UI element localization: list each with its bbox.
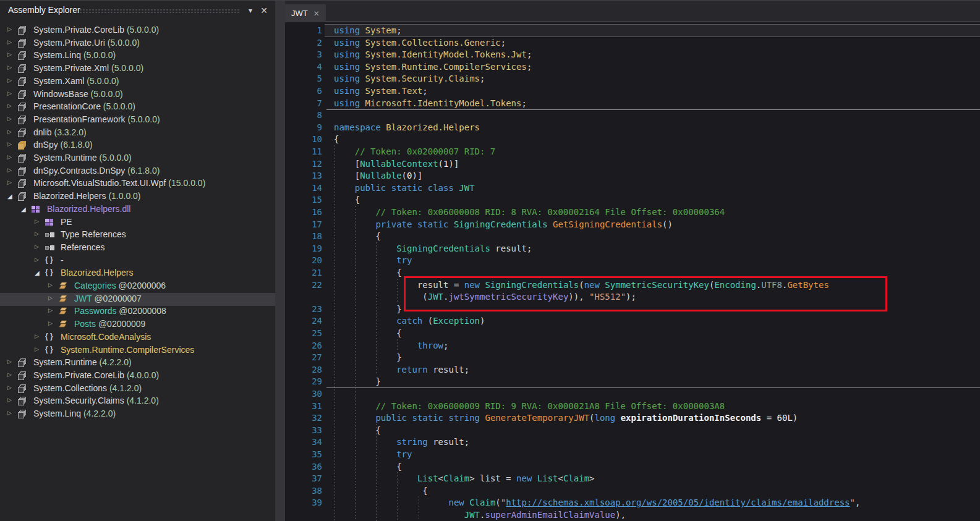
tree-item-categories[interactable]: ▷Categories @02000006 [0,280,275,293]
expand-arrow-icon[interactable]: ▷ [7,179,16,185]
tree-item-label: References [61,242,105,252]
assembly-tree: ▷System.Private.CoreLib (5.0.0.0)▷System… [0,1,275,521]
code-line-25: 25{ [285,327,980,339]
tree-item-label: PresentationCore (5.0.0.0) [33,101,135,111]
expand-arrow-icon[interactable]: ▷ [7,397,16,403]
tree-item-pe[interactable]: ▷PE [0,216,275,229]
code-text: { [396,327,401,339]
expand-arrow-icon[interactable]: ▷ [7,116,16,122]
tree-item-blazorized-helpers[interactable]: ◢{ }Blazorized.Helpers [0,267,275,280]
assembly-icon [18,384,28,393]
tree-item-dnlib[interactable]: ▷dnlib (3.3.2.0) [0,127,275,140]
tree-item-dnspy-contracts-dnspy[interactable]: ▷dnSpy.Contracts.DnSpy (6.1.8.0) [0,165,275,178]
collapse-arrow-icon[interactable]: ◢ [21,206,30,213]
tree-item-references[interactable]: ▷References [0,242,275,255]
tree-item-label: Blazorized.Helpers.dll [47,204,130,214]
line-number: 37 [285,472,322,485]
code-line-22: 22result = new SigningCredentials(new Sy… [285,279,980,291]
expand-arrow-icon[interactable]: ▷ [35,256,43,263]
line-number: 32 [285,412,322,424]
code-line-23: 23} [285,303,980,315]
assembly-icon [18,64,28,73]
tree-item-type-references[interactable]: ▷Type References [0,229,275,242]
tree-item-blazorized-helpers-dll[interactable]: ◢Blazorized.Helpers.dll [0,203,275,216]
expand-arrow-icon[interactable]: ▷ [35,346,43,352]
code-text: using System.Text; [334,85,428,97]
code-line-16: 16// Token: 0x06000008 RID: 8 RVA: 0x000… [285,206,980,218]
expand-arrow-icon[interactable]: ▷ [7,167,16,173]
tree-item-microsoft-visualstudio-text-ui-wpf[interactable]: ▷Microsoft.VisualStudio.Text.UI.Wpf (15.… [0,177,275,190]
tree-item-windowsbase[interactable]: ▷WindowsBase (5.0.0.0) [0,88,275,101]
expand-arrow-icon[interactable]: ▷ [7,154,16,160]
tree-item-system-private-xml[interactable]: ▷System.Private.Xml (5.0.0.0) [0,62,275,75]
tree-item-system-linq[interactable]: ▷System.Linq (5.0.0.0) [0,49,275,62]
tree-item-system-private-uri[interactable]: ▷System.Private.Uri (5.0.0.0) [0,37,275,50]
expand-arrow-icon[interactable]: ▷ [7,141,16,147]
expand-arrow-icon[interactable]: ▷ [7,410,16,416]
tree-item-system-private-corelib[interactable]: ▷System.Private.CoreLib (4.0.0.0) [0,370,275,383]
expand-arrow-icon[interactable]: ▷ [48,307,57,313]
tree-item-presentationcore[interactable]: ▷PresentationCore (5.0.0.0) [0,101,275,114]
expand-arrow-icon[interactable]: ▷ [35,231,43,237]
expand-arrow-icon[interactable]: ▷ [7,358,16,365]
expand-arrow-icon[interactable]: ▷ [7,371,16,378]
code-text: JWT.superAdminEmailClaimValue), [464,509,626,521]
tree-item-system-xaml[interactable]: ▷System.Xaml (5.0.0.0) [0,75,275,88]
tree-item-system-linq[interactable]: ▷System.Linq (4.2.2.0) [0,408,275,421]
tree-item-system-runtime[interactable]: ▷System.Runtime (5.0.0.0) [0,152,275,165]
expand-arrow-icon[interactable]: ▷ [7,77,16,83]
references-icon [45,231,55,239]
references-icon [45,244,55,252]
code-pane[interactable]: 1using System;2using System.Collections.… [285,1,980,521]
line-number: 38 [285,485,322,497]
expand-arrow-icon[interactable]: ▷ [7,90,16,96]
line-number: 35 [285,448,322,460]
expand-arrow-icon[interactable]: ▷ [35,218,43,224]
expand-arrow-icon[interactable]: ▷ [7,103,16,109]
tree-item-passwords[interactable]: ▷Passwords @02000008 [0,305,275,318]
tree-item-system-runtime-compilerservices[interactable]: ▷{ }System.Runtime.CompilerServices [0,344,275,357]
code-line-26: 26throw; [285,339,980,352]
code-text: try [396,448,412,460]
code-line-31: 31// Token: 0x06000009 RID: 9 RVA: 0x000… [285,400,980,412]
code-line-3: 3using System.IdentityModel.Tokens.Jwt; [285,48,980,61]
expand-arrow-icon[interactable]: ▷ [48,295,57,301]
code-line-37: 37List<Claim> list = new List<Claim> [285,472,980,485]
tree-item-dnspy[interactable]: ▷dnSpy (6.1.8.0) [0,139,275,152]
tree-item-system-private-corelib[interactable]: ▷System.Private.CoreLib (5.0.0.0) [0,24,275,37]
expand-arrow-icon[interactable]: ▷ [7,39,16,45]
tree-item-label: Blazorized.Helpers [61,268,134,277]
tree-item-presentationframework[interactable]: ▷PresentationFramework (5.0.0.0) [0,114,275,127]
tree-item-system-collections[interactable]: ▷System.Collections (4.1.2.0) [0,383,275,396]
tree-item-system-runtime[interactable]: ▷System.Runtime (4.2.2.0) [0,357,275,370]
tree-item-jwt[interactable]: ▷JWT @02000007 [0,293,275,306]
expand-arrow-icon[interactable]: ▷ [48,282,57,288]
expand-arrow-icon[interactable]: ▷ [35,333,43,339]
collapse-arrow-icon[interactable]: ◢ [7,193,16,200]
line-number: 15 [285,193,322,206]
tree-item-label: Microsoft.CodeAnalysis [61,332,151,342]
code-text: { [422,485,427,497]
tree-item-posts[interactable]: ▷Posts @02000009 [0,318,275,331]
tree-item-microsoft-codeanalysis[interactable]: ▷{ }Microsoft.CodeAnalysis [0,331,275,344]
tree-item--[interactable]: ▷{ }- [0,255,275,268]
expand-arrow-icon[interactable]: ▷ [7,51,16,57]
tree-item-label: System.Linq (5.0.0.0) [33,50,116,60]
expand-arrow-icon[interactable]: ▷ [48,320,57,326]
tree-scrollbar[interactable] [275,1,285,521]
assembly-explorer-panel: Assembly Explorer ▾ ✕ ▷System.Private.Co… [0,1,275,521]
tree-item-blazorized-helpers[interactable]: ◢Blazorized.Helpers (1.0.0.0) [0,190,275,203]
line-number: 28 [285,363,322,376]
code-line-38: 38{ [285,485,980,497]
expand-arrow-icon[interactable]: ▷ [7,384,16,391]
line-number: 1 [285,24,322,36]
code-text: using Microsoft.IdentityModel.Tokens; [334,97,527,109]
module-icon [32,205,41,214]
line-number: 13 [285,169,322,182]
tree-item-system-security-claims[interactable]: ▷System.Security.Claims (4.1.2.0) [0,395,275,408]
expand-arrow-icon[interactable]: ▷ [7,129,16,135]
expand-arrow-icon[interactable]: ▷ [7,26,16,32]
expand-arrow-icon[interactable]: ▷ [7,64,16,70]
expand-arrow-icon[interactable]: ▷ [35,244,43,250]
collapse-arrow-icon[interactable]: ◢ [35,269,43,276]
